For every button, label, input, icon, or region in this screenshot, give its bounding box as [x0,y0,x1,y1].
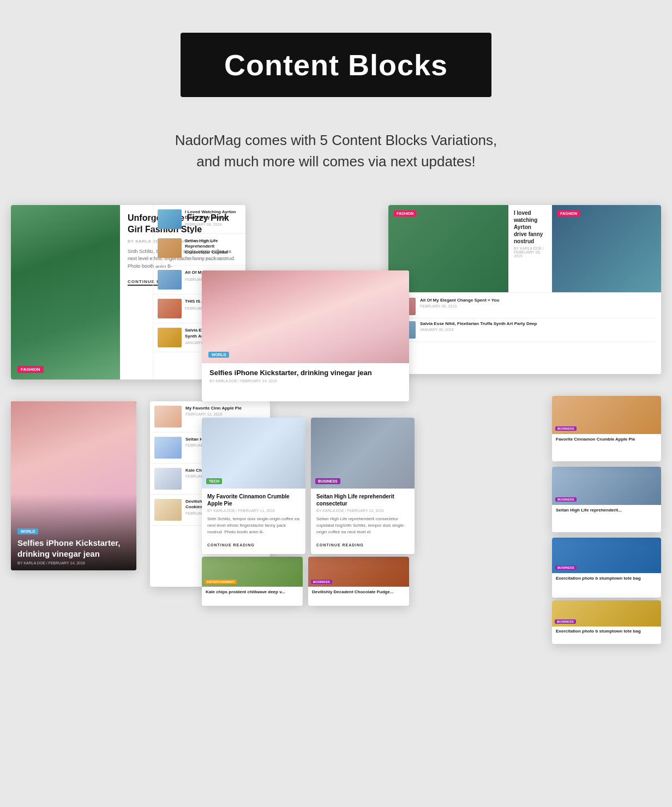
page-title: Content Blocks [224,48,448,82]
card4-badge: WORLD [17,528,38,534]
c5-thumb-2 [154,437,182,459]
list-date-1: FEBRUARY 08, 2019 [185,222,241,226]
c3-title-2: Salvia Esse Nihil, Flexitarian Truffa Sy… [420,321,537,327]
card-b2-body: Devilishly Decadent Chocolate Fudge... [308,587,409,598]
card-r1-body: Favorite Cinnamon Crumble Apple Pie [552,434,661,445]
card-right-1[interactable]: BUSINESS Favorite Cinnamon Crumble Apple… [552,396,661,461]
card-r1-image: BUSINESS [552,396,661,434]
c5-info-1: My Favorite Cinn Apple Pie FEBRUARY 11, … [185,406,242,416]
card7-meta: BY KARLA DOE / FEBRUARY 10, 2019 [316,509,409,513]
list-thumb-2 [158,238,182,258]
card6-image: TECH [202,418,305,489]
card4-meta: BY KARLA DOE / FEBRUARY 14, 2019 [17,561,130,565]
card7-continue[interactable]: CONTINUE READING [316,543,364,547]
card2-image: WORLD [202,270,409,363]
card-r3-badge: BUSINESS [555,565,577,570]
card-right-2[interactable]: BUSINESS Seitan High Life reprehenderit.… [552,467,661,532]
card-b3-title: Exercitation photo b stumptown tote bag [556,629,657,634]
mosaic-container: FASHION Unforgettable Fizzy Pink Girl Fa… [0,200,672,592]
card4-overlay: WORLD Selfies iPhone Kickstarter, drinki… [11,494,136,570]
card-right-3[interactable]: BUSINESS Exercitation photo b stumptown … [552,538,661,598]
c5-thumb-4 [154,499,182,521]
list-item[interactable]: I Loved Watching Ayrton Drive Fanny Nost… [153,205,245,234]
card-b2-image: BUSINESS [308,557,409,587]
card-bottom-2[interactable]: BUSINESS Devilishly Decadent Chocolate F… [308,557,409,606]
subtitle-line2: and much more will comes via next update… [196,153,476,170]
card2-category-badge: WORLD [208,352,229,358]
card-bottom-3[interactable]: BUSINESS Exercitation photo b stumptown … [552,600,661,644]
c3-info-2: Salvia Esse Nihil, Flexitarian Truffa Sy… [420,321,537,332]
c3-date-2: JANUARY 30, 2016 [420,328,537,332]
card3-badge2: FASHION [557,210,580,216]
card-bottom-1[interactable]: ENTERTAINMENT Kale chips proident chillw… [202,557,303,606]
card4-title: Selfies iPhone Kickstarter, drinking vin… [17,538,130,559]
c5-thumb-3 [154,468,182,490]
card-r1-badge: BUSINESS [555,426,577,431]
card-r2-image: BUSINESS [552,467,661,505]
card2-meta: BY KARLA DOE / FEBRUARY 14, 2019 [209,379,401,383]
card-r3-image: BUSINESS [552,538,661,573]
list-item[interactable]: Seitan High Life Reprehenderit Consectet… [153,234,245,266]
card-featured-center[interactable]: WORLD Selfies iPhone Kickstarter, drinki… [202,270,409,401]
card-b2-badge: BUSINESS [311,580,332,584]
card7-body: Seitan High Life reprehenderit consectet… [311,489,415,553]
card6-body: My Favorite Cinnamon Crumble Apple Pie B… [202,489,305,553]
card-b1-image: ENTERTAINMENT [202,557,303,587]
card7-badge: BUSINESS [315,478,340,484]
card6-badge: TECH [206,478,222,484]
card-r2-title: Seitan High Life reprehenderit... [556,508,657,513]
card-b1-badge: ENTERTAINMENT [205,580,237,584]
card-b3-badge: BUSINESS [555,619,576,624]
list-thumb-1 [158,209,182,229]
card-r3-body: Exercitation photo b stumptown tote bag [552,573,661,584]
subtitle: NadorMag comes with 5 Content Blocks Var… [0,119,672,200]
c3-title-1: All Of My Elegant Change Spent = You [420,298,499,303]
card3-article1-meta: BY KARLA DOE / FEBRUARY 08, 2019 [514,246,544,258]
c5-title-1: My Favorite Cinn Apple Pie [185,406,242,411]
c5-thumb-1 [154,406,182,427]
card3-article1-title: I loved watching Ayrton drive fanny nost… [514,209,544,245]
c3-info-1: All Of My Elegant Change Spent = You FEB… [420,298,499,308]
card6-continue[interactable]: CONTINUE READING [207,543,255,547]
card-b1-title: Kale chips proident chillwave deep v... [206,589,299,595]
card-blog-list-right: FASHION I loved watching Ayrton drive fa… [388,205,661,374]
card7-title: Seitan High Life reprehenderit consectet… [316,493,409,507]
list-thumb-3 [158,270,182,290]
list-info-1: I Loved Watching Ayrton Drive Fanny Nost… [185,209,241,226]
card2-title: Selfies iPhone Kickstarter, drinking vin… [209,369,401,377]
card7-image: BUSINESS [311,418,415,489]
card-r2-body: Seitan High Life reprehenderit... [552,505,661,516]
card1-category-badge: FASHION [17,366,44,373]
card-business-article[interactable]: BUSINESS Seitan High Life reprehenderit … [311,418,415,554]
card-b3-image: BUSINESS [552,600,661,627]
card6-excerpt: Snth Schlitz, tempor duis single-origin … [207,516,300,535]
card-r3-title: Exercitation photo b stumptown tote bag [556,576,657,581]
card2-body: Selfies iPhone Kickstarter, drinking vin… [202,363,409,387]
card-b1-body: Kale chips proident chillwave deep v... [202,587,303,598]
card-tech-article[interactable]: TECH My Favorite Cinnamon Crumble Apple … [202,418,305,554]
card-featured-bottom-left[interactable]: WORLD Selfies iPhone Kickstarter, drinki… [11,401,136,570]
card-b3-body: Exercitation photo b stumptown tote bag [552,627,661,636]
card3-list-item-1[interactable]: All Of My Elegant Change Spent = You FEB… [394,295,656,318]
list-thumb-4 [158,299,182,318]
list-date-2: FEBRUARY 08, 2019 [185,257,241,261]
page-header: Content Blocks [0,0,672,119]
card6-title: My Favorite Cinnamon Crumble Apple Pie [207,493,300,507]
card6-meta: BY KARLA DOE / FEBRUARY 11, 2019 [207,509,300,513]
header-title-box: Content Blocks [181,33,491,97]
card-r1-title: Favorite Cinnamon Crumble Apple Pie [556,437,657,442]
list-thumb-5 [158,328,182,347]
c3-date-1: FEBRUARY 06, 2019 [420,304,499,308]
card-r2-badge: BUSINESS [555,497,577,502]
list-info-2: Seitan High Life Reprehenderit Consectet… [185,238,241,261]
subtitle-line1: NadorMag comes with 5 Content Blocks Var… [175,132,497,148]
card7-excerpt: Seitan High Life reprehenderit consectet… [316,516,409,535]
card3-badge1: FASHION [394,210,416,216]
card1-hero-image: FASHION [11,205,120,380]
card3-hero2: FASHION [552,205,661,292]
list-title-1: I Loved Watching Ayrton Drive Fanny Nost… [185,209,241,221]
card3-list-item-2[interactable]: Salvia Esse Nihil, Flexitarian Truffa Sy… [394,318,656,342]
card-b2-title: Devilishly Decadent Chocolate Fudge... [312,589,405,595]
card3-list: All Of My Elegant Change Spent = You FEB… [388,292,661,344]
c5-date-1: FEBRUARY 11, 2019 [185,412,242,416]
